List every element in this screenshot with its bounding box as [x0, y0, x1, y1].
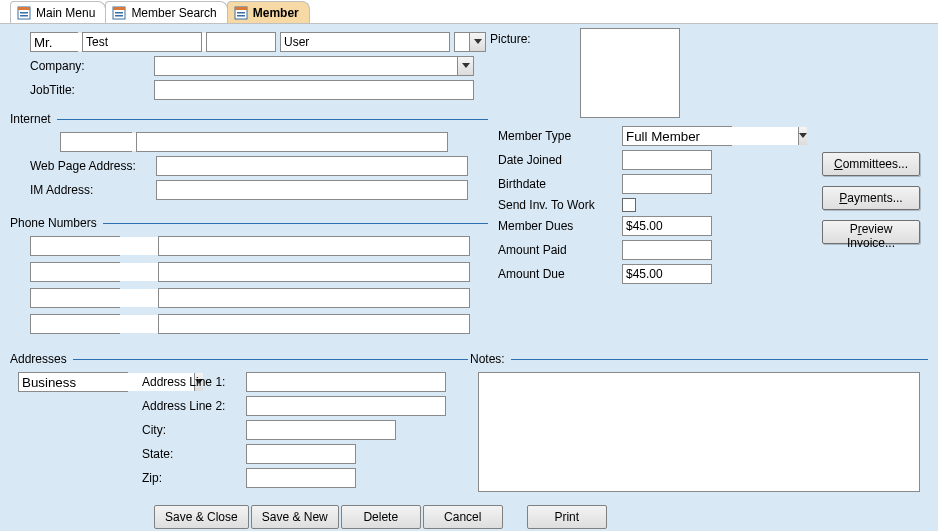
- form-toolbar: Save & Close Save & New Delete Cancel Pr…: [154, 505, 928, 529]
- svg-rect-7: [115, 15, 123, 17]
- amount-due-field[interactable]: [622, 264, 712, 284]
- save-close-button[interactable]: Save & Close: [154, 505, 249, 529]
- suffix-combo[interactable]: [454, 32, 486, 52]
- addr2-label: Address Line 2:: [142, 399, 242, 413]
- tab-label: Member Search: [131, 6, 216, 20]
- date-joined-label: Date Joined: [498, 153, 618, 167]
- jobtitle-label: JobTitle:: [30, 83, 150, 97]
- payments-button[interactable]: Payments...: [822, 186, 920, 210]
- member-type-field[interactable]: [623, 127, 798, 145]
- svg-rect-6: [115, 12, 123, 14]
- print-button[interactable]: Print: [527, 505, 607, 529]
- member-type-combo[interactable]: [622, 126, 732, 146]
- phone-number-field[interactable]: [158, 262, 470, 282]
- company-label: Company:: [30, 59, 150, 73]
- city-label: City:: [142, 423, 242, 437]
- last-name-field[interactable]: [280, 32, 450, 52]
- tab-member-search[interactable]: Member Search: [105, 1, 227, 23]
- date-joined-field[interactable]: [622, 150, 712, 170]
- svg-rect-1: [18, 7, 30, 10]
- addresses-legend: Addresses: [10, 352, 73, 366]
- im-label: IM Address:: [30, 183, 152, 197]
- phone-type-combo[interactable]: [30, 314, 120, 334]
- form-icon: [17, 6, 31, 20]
- svg-rect-5: [113, 7, 125, 10]
- notes-label: Notes:: [470, 352, 511, 366]
- middle-name-field[interactable]: [206, 32, 276, 52]
- suffix-field[interactable]: [455, 33, 469, 51]
- picture-label: Picture:: [490, 32, 531, 46]
- save-new-button[interactable]: Save & New: [251, 505, 339, 529]
- svg-rect-9: [235, 7, 247, 10]
- tab-label: Main Menu: [36, 6, 95, 20]
- phones-legend: Phone Numbers: [10, 216, 103, 230]
- notes-section: Notes:: [478, 352, 928, 495]
- member-dues-label: Member Dues: [498, 219, 618, 233]
- phone-number-field[interactable]: [158, 288, 470, 308]
- preview-invoice-button[interactable]: Preview Invoice...: [822, 220, 920, 244]
- addr2-field[interactable]: [246, 396, 446, 416]
- phone-section: Phone Numbers: [18, 216, 488, 340]
- cancel-button[interactable]: Cancel: [423, 505, 503, 529]
- member-dues-field[interactable]: [622, 216, 712, 236]
- email-field[interactable]: [136, 132, 448, 152]
- tab-label: Member: [253, 6, 299, 20]
- svg-rect-3: [20, 15, 28, 17]
- svg-rect-10: [237, 12, 245, 14]
- phone-type-combo[interactable]: [30, 236, 120, 256]
- right-button-panel: CCommittees...ommittees... Payments... P…: [822, 152, 920, 244]
- addr1-field[interactable]: [246, 372, 446, 392]
- address-type-combo[interactable]: [18, 372, 128, 392]
- svg-rect-11: [237, 15, 245, 17]
- webpage-label: Web Page Address:: [30, 159, 152, 173]
- company-field[interactable]: [155, 57, 457, 75]
- email-type-combo[interactable]: [60, 132, 132, 152]
- picture-box[interactable]: [580, 28, 680, 118]
- phone-number-field[interactable]: [158, 236, 470, 256]
- internet-section: Internet Web Page Address: IM Address:: [18, 112, 488, 204]
- form-icon: [234, 6, 248, 20]
- phone-type-combo[interactable]: [30, 288, 120, 308]
- zip-field[interactable]: [246, 468, 356, 488]
- svg-rect-2: [20, 12, 28, 14]
- state-field[interactable]: [246, 444, 356, 464]
- webpage-field[interactable]: [156, 156, 468, 176]
- member-type-label: Member Type: [498, 129, 618, 143]
- committees-button[interactable]: CCommittees...ommittees...: [822, 152, 920, 176]
- amount-paid-label: Amount Paid: [498, 243, 618, 257]
- amount-paid-field[interactable]: [622, 240, 712, 260]
- phone-type-combo[interactable]: [30, 262, 120, 282]
- delete-button[interactable]: Delete: [341, 505, 421, 529]
- state-label: State:: [142, 447, 242, 461]
- zip-label: Zip:: [142, 471, 242, 485]
- tab-member[interactable]: Member: [227, 1, 310, 23]
- tab-main-menu[interactable]: Main Menu: [10, 1, 106, 23]
- im-field[interactable]: [156, 180, 468, 200]
- addr1-label: Address Line 1:: [142, 375, 242, 389]
- first-name-field[interactable]: [82, 32, 202, 52]
- addresses-section: Addresses Address Line 1: Address Line 2…: [18, 352, 468, 492]
- chevron-down-icon[interactable]: [469, 33, 485, 51]
- company-combo[interactable]: [154, 56, 474, 76]
- chevron-down-icon[interactable]: [798, 127, 807, 145]
- phone-number-field[interactable]: [158, 314, 470, 334]
- internet-legend: Internet: [10, 112, 57, 126]
- birthdate-label: Birthdate: [498, 177, 618, 191]
- notes-field[interactable]: [478, 372, 920, 492]
- amount-due-label: Amount Due: [498, 267, 618, 281]
- title-combo[interactable]: [30, 32, 78, 52]
- send-inv-label: Send Inv. To Work: [498, 198, 618, 212]
- chevron-down-icon[interactable]: [457, 57, 473, 75]
- city-field[interactable]: [246, 420, 396, 440]
- birthdate-field[interactable]: [622, 174, 712, 194]
- jobtitle-field[interactable]: [154, 80, 474, 100]
- send-inv-checkbox[interactable]: [622, 198, 636, 212]
- form-icon: [112, 6, 126, 20]
- tab-bar: Main Menu Member Search Member: [0, 0, 938, 24]
